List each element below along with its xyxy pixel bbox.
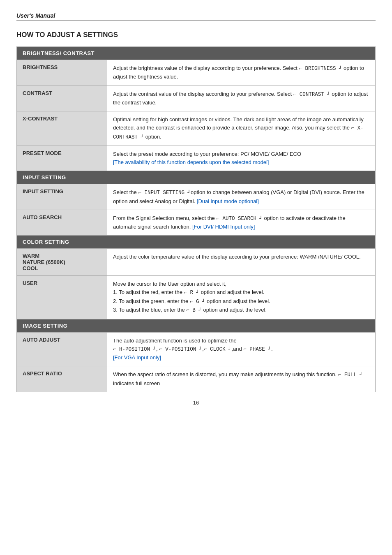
row-desc: Adjust the color temperature value of th… [107, 249, 376, 276]
row-desc: The auto adjustment function is used to … [107, 332, 376, 366]
section-header-cell: IMAGE SETTING [17, 319, 376, 332]
section-header-cell: INPUT SETTING [17, 171, 376, 184]
row-label: WARMNATURE (6500K)COOL [17, 249, 107, 276]
row-label: PRESET MODE [17, 146, 107, 171]
row-label: CONTRAST [17, 86, 107, 111]
row-desc: Adjust the contrast value of the display… [107, 86, 376, 111]
row-label: ASPECT RATIO [17, 366, 107, 392]
section-header-cell: BRIGHTNESS/ CONTRAST [17, 47, 376, 60]
manual-title: User's Manual [16, 12, 55, 19]
row-desc: From the Signal Selection menu, select t… [107, 210, 376, 236]
row-label: BRIGHTNESS [17, 60, 107, 86]
row-label: X-CONTRAST [17, 111, 107, 146]
section-header-cell: COLOR SETTING [17, 236, 376, 249]
row-desc: Move the cursor to the User option and s… [107, 276, 376, 319]
row-desc: Select the ⌐ INPUT SETTING ┘option to ch… [107, 184, 376, 210]
row-label: INPUT SETTING [17, 184, 107, 210]
row-desc: Optimal setting for high contrast images… [107, 111, 376, 146]
row-desc: Select the preset mode according to your… [107, 146, 376, 171]
header-line: User's Manual [16, 12, 376, 21]
row-desc: When the aspect ratio of screen is disto… [107, 366, 376, 392]
row-label: AUTO SEARCH [17, 210, 107, 236]
page-number: 16 [16, 400, 376, 406]
page-heading: HOW TO ADJUST A SETTINGS [16, 31, 376, 39]
row-label: USER [17, 276, 107, 319]
row-desc: Adjust the brightness value of the displ… [107, 60, 376, 86]
row-label: AUTO ADJUST [17, 332, 107, 366]
settings-table: BRIGHTNESS/ CONTRASTBRIGHTNESSAdjust the… [16, 46, 376, 392]
